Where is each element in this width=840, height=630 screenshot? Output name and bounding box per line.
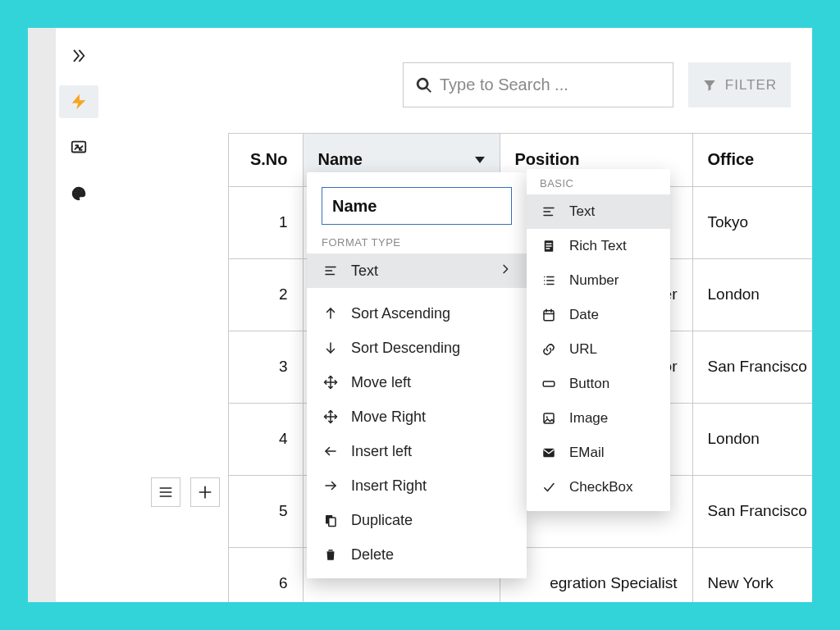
column-name-field[interactable] <box>322 187 512 225</box>
rail-quick-button[interactable] <box>59 85 98 118</box>
svg-rect-22 <box>329 518 336 527</box>
menu-item-label: Move Right <box>351 409 426 426</box>
row-menu-button[interactable] <box>151 477 180 507</box>
move-icon <box>322 409 340 424</box>
list-numbered-icon <box>540 273 558 288</box>
menu-item-duplicate[interactable]: Duplicate <box>307 503 527 537</box>
arrow-left-icon <box>322 444 340 459</box>
submenu-item-image[interactable]: Image <box>527 401 670 436</box>
cell-office: Tokyo <box>692 186 812 258</box>
column-context-menu: FORMAT TYPE Text Sort Ascending Sort Des… <box>307 172 527 578</box>
menu-item-move-right[interactable]: Move Right <box>307 399 527 434</box>
cell-sno: 4 <box>229 403 303 475</box>
submenu-item-button[interactable]: Button <box>527 367 670 401</box>
submenu-item-label: URL <box>569 341 597 358</box>
cell-office: London <box>692 258 812 331</box>
svg-point-33 <box>544 276 546 278</box>
funnel-icon <box>702 78 717 93</box>
menu-item-sort-asc[interactable]: Sort Ascending <box>307 296 527 331</box>
cell-sno: 3 <box>229 331 303 403</box>
submenu-item-label: Date <box>569 307 599 323</box>
col-header-office-label: Office <box>708 150 755 168</box>
search-box[interactable] <box>403 62 673 107</box>
side-rail <box>56 28 101 210</box>
rail-sync-button[interactable] <box>59 131 98 164</box>
col-header-office[interactable]: Office <box>692 134 812 186</box>
cell-sno: 5 <box>229 475 303 547</box>
menu-item-move-left[interactable]: Move left <box>307 365 527 399</box>
menu-item-sort-desc[interactable]: Sort Descending <box>307 331 527 365</box>
menu-item-label: Text <box>351 262 378 280</box>
app-frame: FILTER S.No Name <box>28 28 812 602</box>
row-add-button[interactable] <box>190 477 220 507</box>
palette-icon <box>70 185 88 203</box>
svg-marker-0 <box>71 94 85 109</box>
cell-sno: 1 <box>229 186 303 258</box>
submenu-item-label: Button <box>569 376 609 392</box>
trash-icon <box>322 547 340 562</box>
cell-office: London <box>692 403 812 475</box>
cell-office: San Francisco <box>692 331 812 403</box>
submenu-item-url[interactable]: URL <box>527 332 670 367</box>
calendar-icon <box>540 308 558 322</box>
menu-item-label: Sort Descending <box>351 340 460 357</box>
filter-label: FILTER <box>725 77 777 94</box>
move-icon <box>322 375 340 390</box>
basic-label: BASIC <box>527 169 670 194</box>
svg-point-35 <box>544 284 546 285</box>
caret-down-icon <box>475 157 485 163</box>
format-type-submenu: BASIC Text Rich Text Number Date URL <box>527 169 670 511</box>
col-header-name-label: Name <box>318 150 363 169</box>
rail-theme-button[interactable] <box>59 177 98 210</box>
arrow-down-icon <box>322 340 340 355</box>
search-icon <box>415 76 433 94</box>
filter-button[interactable]: FILTER <box>688 62 791 107</box>
rail-expand-button[interactable] <box>59 39 98 72</box>
submenu-item-number[interactable]: Number <box>527 263 670 298</box>
submenu-item-date[interactable]: Date <box>527 298 670 332</box>
menu-item-label: Insert left <box>351 443 412 460</box>
cell-office: San Francisco <box>692 475 812 547</box>
svg-point-42 <box>546 416 548 418</box>
lightning-icon <box>70 93 88 111</box>
row-tools <box>151 477 220 507</box>
chevrons-right-icon <box>70 47 88 65</box>
align-left-icon <box>540 204 558 219</box>
menu-item-label: Move left <box>351 374 411 391</box>
menu-item-delete[interactable]: Delete <box>307 537 527 572</box>
submenu-item-checkbox[interactable]: CheckBox <box>527 470 670 504</box>
document-icon <box>540 239 558 253</box>
app-canvas: FILTER S.No Name <box>56 28 812 602</box>
submenu-item-label: EMail <box>569 445 605 461</box>
menu-item-format-text[interactable]: Text <box>307 253 527 288</box>
top-bar: FILTER <box>403 62 791 107</box>
link-icon <box>540 342 558 357</box>
svg-point-4 <box>80 190 82 192</box>
submenu-item-label: Rich Text <box>569 238 627 254</box>
submenu-item-text[interactable]: Text <box>527 194 670 229</box>
plus-icon <box>197 484 213 500</box>
menu-item-insert-right[interactable]: Insert Right <box>307 468 527 503</box>
cell-office: New York <box>692 547 812 602</box>
cell-sno: 2 <box>229 258 303 331</box>
submenu-item-label: Image <box>569 410 608 427</box>
mail-icon <box>540 445 558 460</box>
arrow-up-icon <box>322 306 340 321</box>
col-header-sno-label: S.No <box>250 150 288 168</box>
svg-rect-36 <box>544 311 554 321</box>
menu-item-insert-left[interactable]: Insert left <box>307 434 527 468</box>
image-icon <box>540 411 558 426</box>
svg-point-3 <box>76 189 78 190</box>
submenu-item-email[interactable]: EMail <box>527 436 670 470</box>
check-icon <box>540 480 558 495</box>
button-icon <box>540 377 558 391</box>
submenu-item-rich-text[interactable]: Rich Text <box>527 229 670 263</box>
search-input[interactable] <box>438 75 661 95</box>
submenu-item-label: CheckBox <box>569 479 632 495</box>
format-type-label: FORMAT TYPE <box>307 231 527 253</box>
svg-point-34 <box>544 280 546 281</box>
hamburger-icon <box>158 484 174 500</box>
menu-item-label: Duplicate <box>351 512 413 529</box>
column-name-input[interactable] <box>331 196 503 217</box>
col-header-sno[interactable]: S.No <box>229 134 303 186</box>
